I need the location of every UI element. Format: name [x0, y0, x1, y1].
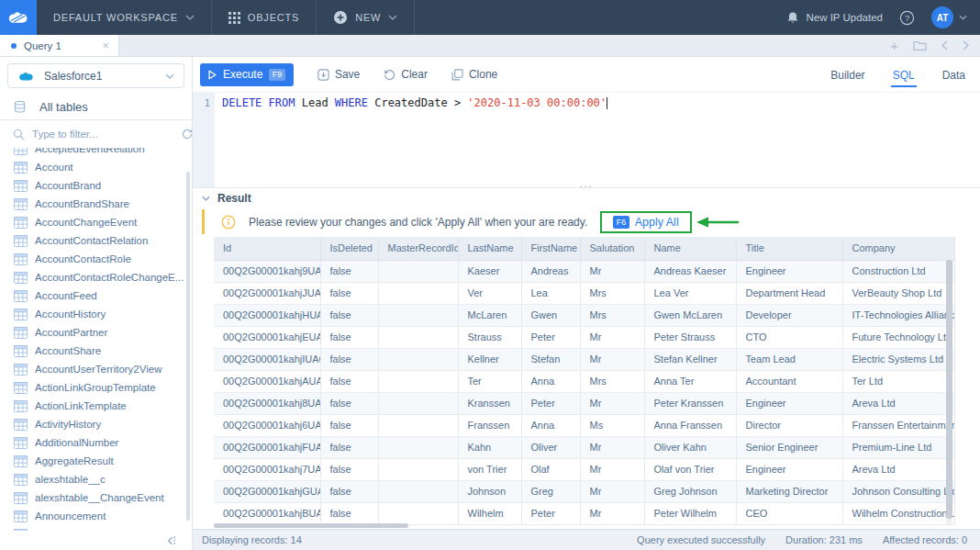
new-menu[interactable]: NEW	[317, 0, 414, 35]
column-header[interactable]: Name	[644, 237, 736, 260]
tables-sidebar: Salesforce1 All tables	[0, 57, 193, 550]
table-icon	[14, 235, 28, 247]
filter-input[interactable]	[32, 129, 173, 140]
database-icon	[13, 100, 27, 114]
shortcut-badge: F9	[269, 69, 285, 81]
column-header[interactable]: MasterRecordId	[378, 237, 458, 260]
table-list-item[interactable]: ActionLinkGroupTemplate	[0, 378, 192, 397]
table-list-item[interactable]: AccountContactRelation	[0, 231, 192, 250]
table-row[interactable]: 00Q2G00001kahj8UAAfalse KranssenPeterMr …	[214, 392, 954, 414]
table-header-row: IdIsDeletedMasterRecordIdLastNameFirstNa…	[214, 237, 954, 260]
play-icon	[208, 70, 217, 80]
horizontal-scrollbar[interactable]	[214, 523, 954, 528]
table-list-item[interactable]: AccountHistory	[0, 305, 192, 323]
result-panel: Result Please review your changes and cl…	[193, 187, 980, 529]
table-list-item[interactable]: AggregateResult	[0, 452, 192, 470]
column-header[interactable]: Company	[842, 237, 954, 260]
table-row[interactable]: 00Q2G00001kahjAUAQfalse TerAnnaMrs Anna …	[214, 370, 954, 392]
table-list-item[interactable]: Account	[0, 158, 192, 176]
table-row[interactable]: 00Q2G00001kahjJUAQfalse VerLeaMrs Lea Ve…	[214, 282, 954, 304]
table-row[interactable]: 00Q2G00001kahjFUAQfalse KahnOliverMr Oli…	[214, 436, 954, 458]
result-table: IdIsDeletedMasterRecordIdLastNameFirstNa…	[214, 237, 955, 525]
save-icon	[317, 69, 329, 81]
all-tables-header[interactable]: All tables	[0, 94, 192, 120]
text-caret	[607, 97, 607, 109]
table-list-item[interactable]: ActivityHistory	[0, 415, 192, 433]
table-icon	[14, 217, 28, 229]
table-row[interactable]: 00Q2G00001kahj9UAAfalse KaeserAndreasMr …	[214, 260, 954, 282]
table-icon	[14, 419, 28, 431]
clear-button[interactable]: Clear	[384, 68, 428, 81]
open-folder-icon[interactable]	[913, 39, 927, 51]
table-list-item[interactable]: Announcement	[0, 507, 192, 525]
table-list-item[interactable]: alexshtable__c	[0, 470, 192, 488]
table-list-item[interactable]: AccountBrandShare	[0, 195, 192, 213]
tab-data[interactable]: Data	[941, 60, 967, 89]
close-tab-icon[interactable]: ×	[102, 39, 109, 52]
tab-sql[interactable]: SQL	[891, 60, 917, 89]
refresh-icon[interactable]	[181, 128, 194, 140]
table-row[interactable]: 00Q2G00001kahjBUAQfalse WilhelmPeterMr P…	[214, 502, 954, 524]
annotation-arrow-icon	[696, 216, 740, 229]
column-header[interactable]: Id	[214, 237, 320, 260]
grid-icon	[228, 12, 240, 24]
column-header[interactable]: Title	[736, 237, 842, 260]
table-icon	[14, 327, 28, 339]
table-list-item[interactable]: ApexClass	[0, 525, 192, 531]
table-list-item[interactable]: AccountContactRole	[0, 250, 192, 268]
collapse-sidebar-icon[interactable]	[165, 535, 177, 546]
table-row[interactable]: 00Q2G00001kahjEUAQfalse StraussPeterMr P…	[214, 326, 954, 348]
result-header[interactable]: Result	[193, 188, 980, 208]
status-bar: Displaying records: 14 Query executed su…	[193, 529, 980, 550]
table-row[interactable]: 00Q2G00001kahjGUAQfalse JohnsonGregMr Gr…	[214, 480, 954, 502]
sql-code-line[interactable]: DELETE FROM Lead WHERE CreatedDate > '20…	[215, 93, 980, 187]
table-list-item[interactable]: AcceptedEventRelation	[0, 148, 192, 158]
table-row[interactable]: 00Q2G00001kahjIUAQfalse KellnerStefanMr …	[214, 348, 954, 370]
table-list-item[interactable]: AccountContactRoleChangeE...	[0, 268, 192, 286]
chevron-left-icon[interactable]	[941, 40, 948, 51]
account-menu[interactable]: AT	[931, 6, 967, 28]
connection-select[interactable]: Salesforce1	[7, 63, 184, 88]
execute-button[interactable]: Execute F9	[200, 63, 294, 86]
new-label: NEW	[355, 12, 381, 23]
query-duration: Duration: 231 ms	[785, 534, 863, 545]
result-grid-zone: IdIsDeletedMasterRecordIdLastNameFirstNa…	[193, 237, 980, 529]
table-list-item[interactable]: AccountBrand	[0, 176, 192, 195]
objects-menu[interactable]: OBJECTS	[212, 0, 316, 35]
app-logo[interactable]	[0, 0, 37, 35]
column-header[interactable]: Salutation	[580, 237, 644, 260]
table-icon	[14, 148, 28, 155]
chevron-right-icon[interactable]	[963, 40, 969, 51]
sql-editor[interactable]: 1 DELETE FROM Lead WHERE CreatedDate > '…	[193, 92, 980, 187]
table-list-item[interactable]: AdditionalNumber	[0, 433, 192, 452]
table-icon	[14, 272, 28, 284]
table-list-item[interactable]: AccountUserTerritory2View	[0, 360, 192, 378]
apply-all-button[interactable]: F6 Apply All	[613, 216, 678, 229]
table-list-item[interactable]: AccountShare	[0, 342, 192, 360]
splitter-handle[interactable]: ...	[579, 181, 593, 186]
table-list-item[interactable]: AccountPartner	[0, 323, 192, 342]
help-icon[interactable]: ?	[899, 10, 915, 26]
table-list-item[interactable]: alexshtable__ChangeEvent	[0, 488, 192, 507]
sidebar-scrollbar[interactable]	[186, 172, 190, 521]
workspace-menu[interactable]: DEFAULT WORKSPACE	[37, 0, 211, 35]
save-button[interactable]: Save	[317, 68, 360, 81]
tab-query1[interactable]: Query 1 ×	[0, 35, 119, 56]
new-tab-icon[interactable]: +	[890, 38, 898, 53]
table-list-item[interactable]: ActionLinkTemplate	[0, 397, 192, 415]
table-row[interactable]: 00Q2G00001kahj6UAAfalse FranssenAnnaMs A…	[214, 414, 954, 436]
column-header[interactable]: LastName	[458, 237, 521, 260]
table-list-item[interactable]: AccountFeed	[0, 286, 192, 305]
table-icon	[14, 382, 28, 394]
column-header[interactable]: FirstName	[521, 237, 580, 260]
table-row[interactable]: 00Q2G00001kahj7UAAfalse von TrierOlafMr …	[214, 458, 954, 480]
connection-name: Salesforce1	[44, 70, 157, 83]
table-list-item[interactable]: AccountChangeEvent	[0, 213, 192, 231]
tab-builder[interactable]: Builder	[829, 60, 866, 89]
cloud-logo-icon	[7, 10, 29, 26]
notification-item[interactable]: New IP Updated	[786, 11, 883, 25]
clone-button[interactable]: Clone	[451, 68, 497, 81]
table-row[interactable]: 00Q2G00001kahjHUAQfalse McLarenGwenMrs G…	[214, 304, 954, 326]
vertical-scrollbar[interactable]	[946, 260, 952, 524]
column-header[interactable]: IsDeleted	[320, 237, 378, 260]
